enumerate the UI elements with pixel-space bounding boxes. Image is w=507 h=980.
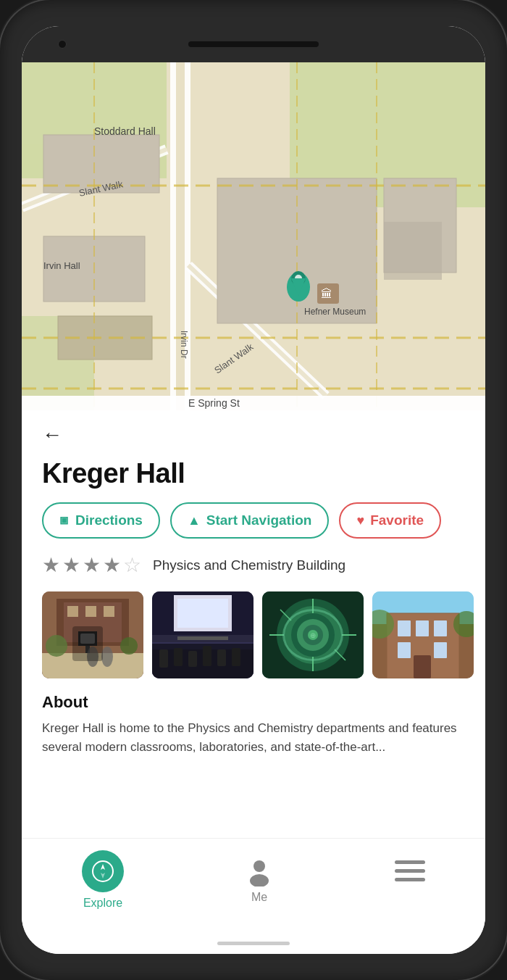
nav-menu[interactable] [395, 859, 425, 901]
about-text: Kreger Hall is home to the Physics and C… [42, 719, 465, 756]
svg-rect-60 [188, 651, 197, 667]
back-button[interactable]: ← [22, 410, 485, 452]
svg-rect-54 [152, 635, 254, 678]
place-title: Kreger Hall [22, 452, 485, 502]
compass-icon [91, 860, 114, 883]
svg-point-70 [303, 625, 323, 645]
svg-rect-57 [152, 642, 254, 649]
directions-icon: ◈ [55, 511, 73, 529]
svg-point-52 [120, 637, 138, 655]
svg-point-50 [101, 647, 113, 667]
svg-text:Irvin Hall: Irvin Hall [43, 260, 80, 271]
star-3: ★ [83, 553, 101, 577]
map-svg: Stoddard Hall Slant Walk Slant Walk Irvi… [22, 62, 485, 410]
svg-rect-45 [85, 639, 90, 660]
svg-text:Irvin Dr: Irvin Dr [179, 331, 189, 359]
svg-rect-96 [395, 860, 425, 864]
star-rating: ★ ★ ★ ★ ☆ [42, 553, 141, 577]
svg-rect-42 [67, 606, 78, 617]
explore-icon-circle [82, 850, 124, 892]
navigate-label: Start Navigation [206, 512, 312, 528]
svg-rect-85 [434, 620, 447, 636]
nav-me[interactable]: Me [244, 856, 275, 904]
svg-rect-59 [174, 648, 183, 666]
svg-point-68 [291, 613, 335, 657]
svg-rect-62 [217, 649, 226, 666]
svg-rect-24 [22, 396, 485, 410]
svg-rect-61 [203, 646, 211, 666]
star-1: ★ [42, 553, 60, 577]
photo-3[interactable]: ⊕ [262, 591, 364, 678]
svg-point-67 [284, 606, 342, 664]
star-4: ★ [103, 553, 121, 577]
person-icon [244, 856, 275, 886]
heart-icon: ♥ [356, 513, 364, 528]
speaker [188, 41, 319, 47]
svg-point-71 [308, 630, 318, 640]
svg-text:🏛: 🏛 [321, 288, 332, 300]
svg-point-94 [254, 860, 265, 872]
svg-marker-93 [101, 873, 105, 879]
nav-explore[interactable]: Explore [82, 850, 124, 910]
svg-point-49 [87, 647, 99, 667]
svg-text:⊕: ⊕ [310, 631, 316, 639]
svg-rect-14 [384, 222, 442, 280]
svg-rect-56 [177, 599, 228, 628]
svg-rect-84 [416, 620, 429, 636]
svg-rect-86 [398, 642, 411, 658]
svg-point-95 [250, 874, 269, 886]
star-2: ★ [62, 553, 80, 577]
svg-rect-43 [85, 606, 96, 617]
hamburger-icon [395, 859, 425, 882]
about-section: About Kreger Hall is home to the Physics… [22, 693, 485, 756]
svg-point-69 [297, 619, 329, 651]
explore-label: Explore [83, 897, 122, 910]
svg-rect-58 [159, 649, 168, 668]
map-view[interactable]: Stoddard Hall Slant Walk Slant Walk Irvi… [22, 62, 485, 410]
camera [58, 40, 67, 49]
directions-label: Directions [75, 512, 143, 528]
place-content: ← Kreger Hall ◈ Directions ▲ Start Navig… [22, 410, 485, 838]
svg-point-51 [46, 635, 67, 657]
svg-rect-98 [395, 878, 425, 881]
directions-button[interactable]: ◈ Directions [42, 502, 160, 539]
photo-4[interactable] [372, 591, 474, 678]
home-indicator [22, 932, 485, 954]
svg-rect-44 [104, 606, 114, 617]
start-navigation-button[interactable]: ▲ Start Navigation [170, 502, 330, 539]
svg-rect-47 [80, 634, 95, 644]
svg-rect-46 [78, 631, 97, 646]
svg-rect-88 [414, 655, 431, 678]
svg-rect-64 [177, 636, 228, 640]
bottom-nav: Explore Me [22, 838, 485, 932]
favorite-button[interactable]: ♥ Favorite [339, 502, 441, 539]
action-buttons: ◈ Directions ▲ Start Navigation ♥ Favori… [22, 502, 485, 553]
svg-rect-83 [398, 620, 411, 636]
svg-text:Hefner Museum: Hefner Museum [304, 307, 366, 317]
svg-rect-97 [395, 869, 425, 873]
me-label: Me [251, 891, 267, 904]
svg-marker-92 [101, 864, 105, 870]
navigate-icon: ▲ [188, 513, 201, 528]
photo-1[interactable] [42, 591, 143, 678]
rating-row: ★ ★ ★ ★ ☆ Physics and Chemistry Building [22, 553, 485, 591]
about-title: About [42, 693, 465, 712]
back-arrow-icon: ← [42, 423, 62, 446]
status-bar [22, 26, 485, 62]
svg-point-66 [277, 599, 349, 671]
photo-strip: ⊕ [22, 591, 485, 693]
svg-text:Stoddard Hall: Stoddard Hall [94, 125, 156, 137]
svg-rect-87 [434, 642, 447, 658]
svg-rect-63 [232, 648, 240, 666]
star-5: ☆ [123, 553, 141, 577]
building-type: Physics and Chemistry Building [153, 557, 345, 573]
favorite-label: Favorite [370, 512, 424, 528]
svg-text:E Spring St: E Spring St [188, 397, 240, 409]
photo-2[interactable] [152, 591, 254, 678]
